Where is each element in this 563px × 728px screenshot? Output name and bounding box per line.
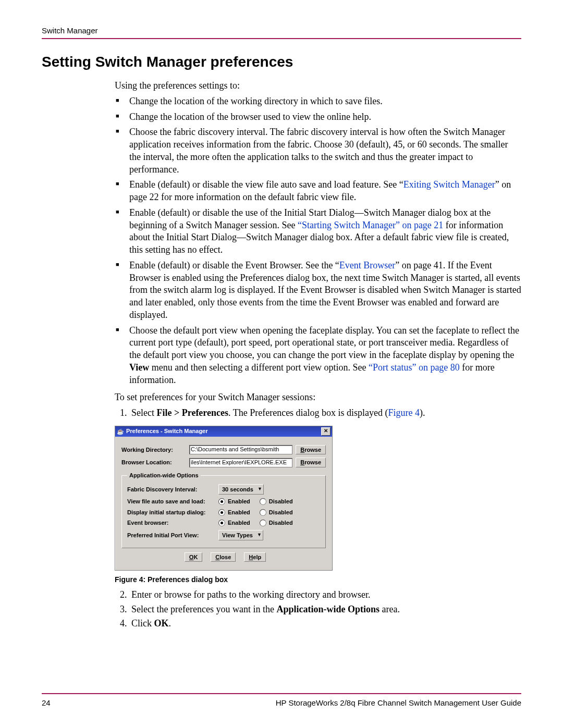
link-figure-4[interactable]: Figure 4 — [388, 408, 420, 418]
steps-list: Select File > Preferences. The Preferenc… — [115, 407, 521, 419]
list-item: Change the location of the browser used … — [129, 111, 521, 124]
event-browser-disabled-radio[interactable]: Disabled — [260, 519, 293, 527]
step-item: Click OK. — [129, 618, 521, 630]
bullet-text: menu and then selecting a different port… — [149, 362, 369, 373]
bullet-text: Choose the fabric discovery interval. Th… — [129, 127, 508, 174]
step-text: area. — [380, 604, 400, 614]
preferred-port-view-combo[interactable]: View Types ▼ — [218, 530, 263, 540]
list-item: Choose the default port view when openin… — [129, 325, 521, 387]
figure-caption: Figure 4: Preferences dialog box — [115, 575, 521, 584]
bold-text: File > Preferences — [156, 408, 228, 418]
link-port-status[interactable]: “Port status” on page 80 — [369, 362, 460, 373]
document-title: HP StorageWorks 2/8q Fibre Channel Switc… — [276, 698, 521, 707]
link-exiting-switch-manager[interactable]: Exiting Switch Manager — [403, 179, 495, 190]
link-starting-switch-manager[interactable]: “Starting Switch Manager” on page 21 — [298, 220, 443, 230]
chevron-down-icon: ▼ — [257, 532, 262, 538]
working-directory-field[interactable]: C:\Documents and Settings\bsmith — [189, 445, 292, 454]
radio-label: Disabled — [269, 509, 293, 516]
java-cup-icon: ☕ — [117, 428, 124, 435]
bold-text: Application-wide Options — [276, 604, 380, 614]
preferred-initial-port-view-label: Preferred Initial Port View: — [127, 532, 218, 539]
radio-dot-icon — [218, 520, 225, 526]
bold-text: View — [129, 362, 149, 373]
browse-button[interactable]: Browse — [296, 445, 326, 455]
help-button[interactable]: Help — [244, 552, 266, 562]
group-legend: Application-wide Options — [127, 472, 201, 479]
dialog-title: Preferences - Switch Manager — [126, 427, 321, 435]
bullet-text: Change the location of the browser used … — [129, 112, 371, 122]
running-header: Switch Manager — [42, 26, 521, 35]
step-text: ). — [420, 408, 425, 418]
browse-button[interactable]: Browse — [296, 458, 326, 467]
list-item: Enable (default) or disable the Event Br… — [129, 260, 521, 322]
combo-value: View Types — [222, 532, 253, 539]
step-text: Select the preferences you want in the — [131, 604, 276, 614]
radio-dot-icon — [260, 498, 266, 505]
fabric-discovery-interval-label: Fabric Discovery Interval: — [127, 486, 218, 493]
close-icon[interactable]: ✕ — [321, 427, 331, 436]
bullet-text: Change the location of the working direc… — [129, 96, 383, 106]
working-directory-label: Working Directory: — [121, 446, 189, 454]
radio-dot-icon — [218, 509, 225, 516]
bullet-text: Enable (default) or disable the Event Br… — [129, 260, 339, 270]
bullet-list: Change the location of the working direc… — [115, 95, 521, 387]
steps-intro: To set preferences for your Switch Manag… — [115, 391, 521, 404]
step-text: . — [169, 618, 172, 628]
link-event-browser[interactable]: Event Browser — [339, 260, 395, 270]
fabric-discovery-interval-combo[interactable]: 30 seconds ▼ — [218, 484, 264, 495]
step-text: Select — [131, 408, 156, 418]
initial-startup-dialog-label: Display initial startup dialog: — [127, 509, 218, 516]
footer-rule — [42, 693, 521, 694]
initial-dialog-disabled-radio[interactable]: Disabled — [260, 509, 293, 516]
step-item: Select File > Preferences. The Preferenc… — [129, 407, 521, 419]
radio-label: Enabled — [228, 498, 250, 505]
browser-location-label: Browser Location: — [121, 459, 189, 466]
radio-label: Disabled — [269, 519, 293, 527]
radio-label: Enabled — [228, 519, 250, 527]
initial-dialog-enabled-radio[interactable]: Enabled — [218, 509, 250, 516]
combo-value: 30 seconds — [222, 486, 253, 493]
intro-text: Using the preferences settings to: — [115, 80, 521, 92]
radio-label: Enabled — [228, 509, 250, 516]
chevron-down-icon: ▼ — [258, 486, 262, 492]
preferences-dialog: ☕ Preferences - Switch Manager ✕ Working… — [115, 426, 333, 571]
application-wide-options-group: Application-wide Options Fabric Discover… — [121, 472, 326, 548]
bullet-text: Choose the default port view when openin… — [129, 325, 519, 361]
step-text: Click — [131, 618, 154, 628]
radio-dot-icon — [260, 520, 266, 526]
dialog-titlebar: ☕ Preferences - Switch Manager ✕ — [115, 426, 332, 437]
header-rule — [42, 38, 521, 39]
step-text: Enter or browse for paths to the working… — [131, 589, 370, 600]
list-item: Choose the fabric discovery interval. Th… — [129, 126, 521, 176]
close-button[interactable]: Close — [211, 552, 236, 562]
bold-text: OK — [154, 618, 169, 628]
section-title: Setting Switch Manager preferences — [42, 54, 521, 70]
ok-button[interactable]: OK — [185, 552, 203, 562]
steps-list-cont: Enter or browse for paths to the working… — [115, 589, 521, 630]
event-browser-label: Event browser: — [127, 519, 218, 527]
bullet-text: Enable (default) or disable the view fil… — [129, 179, 403, 190]
step-item: Enter or browse for paths to the working… — [129, 589, 521, 601]
radio-label: Disabled — [269, 498, 293, 505]
view-file-auto-save-label: View file auto save and load: — [127, 498, 218, 505]
auto-save-disabled-radio[interactable]: Disabled — [260, 498, 293, 505]
step-item: Select the preferences you want in the A… — [129, 603, 521, 616]
list-item: Enable (default) or disable the view fil… — [129, 179, 521, 204]
page-number: 24 — [42, 698, 51, 707]
auto-save-enabled-radio[interactable]: Enabled — [218, 498, 250, 505]
list-item: Enable (default) or disable the use of t… — [129, 207, 521, 256]
browser-location-field[interactable]: iles\Internet Explorer\IEXPLORE.EXE — [189, 458, 292, 467]
event-browser-enabled-radio[interactable]: Enabled — [218, 519, 250, 527]
radio-dot-icon — [260, 509, 266, 516]
list-item: Change the location of the working direc… — [129, 95, 521, 108]
step-text: . The Preferences dialog box is displaye… — [228, 408, 388, 418]
radio-dot-icon — [218, 498, 225, 505]
